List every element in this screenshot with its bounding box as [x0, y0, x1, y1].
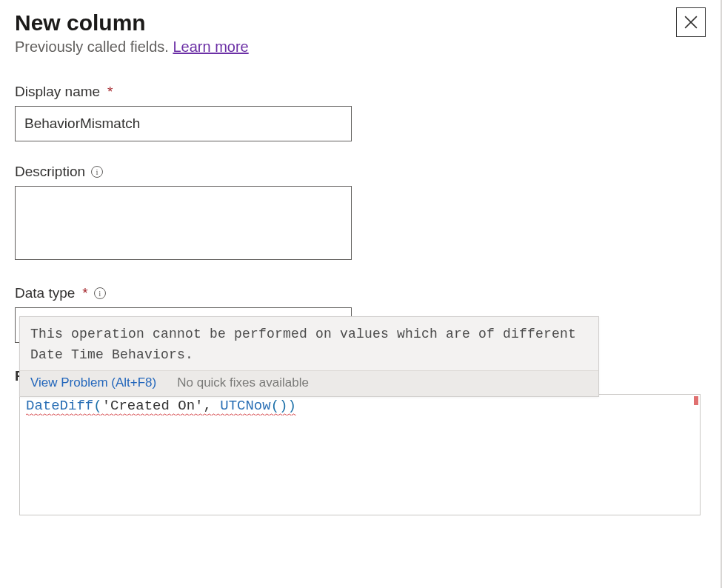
info-icon[interactable]: i	[94, 287, 106, 299]
data-type-label: Data type * i	[15, 285, 707, 301]
problem-action-bar: View Problem (Alt+F8) No quick fixes ava…	[20, 370, 598, 396]
description-label: Description i	[15, 164, 707, 180]
close-icon	[684, 16, 698, 29]
info-icon[interactable]: i	[91, 166, 103, 178]
problem-tooltip: This operation cannot be performed on va…	[19, 316, 599, 397]
required-asterisk-icon: *	[107, 84, 113, 100]
problem-message: This operation cannot be performed on va…	[20, 317, 598, 370]
page-title: New column	[15, 10, 707, 36]
token-paren: (	[271, 398, 279, 414]
formula-line: DateDiff('Created On', UTCNow())	[26, 398, 296, 414]
data-type-label-text: Data type	[15, 285, 75, 301]
token-paren: (	[93, 398, 101, 414]
description-input[interactable]	[15, 186, 352, 260]
close-button[interactable]	[676, 7, 706, 37]
data-type-container: F This operation cannot be performed on …	[15, 307, 707, 343]
required-asterisk-icon: *	[82, 285, 87, 301]
editor-error-marker[interactable]	[694, 396, 698, 405]
error-squiggle: DateDiff('Created On', UTCNow())	[26, 398, 296, 415]
new-column-panel: New column Previously called fields. Lea…	[0, 0, 722, 588]
description-field: Description i	[15, 164, 707, 263]
token-function: UTCNow	[220, 398, 270, 414]
token-paren: )	[288, 398, 296, 414]
token-string: 'Created On'	[102, 398, 204, 414]
subtitle-text: Previously called fields.	[15, 39, 173, 55]
view-problem-link[interactable]: View Problem (Alt+F8)	[30, 375, 156, 390]
token-separator: ,	[203, 398, 220, 414]
display-name-input[interactable]	[15, 106, 352, 141]
data-type-field: Data type * i F This operation cannot be…	[15, 285, 707, 343]
no-quick-fix-text: No quick fixes available	[177, 375, 309, 390]
display-name-field: Display name *	[15, 84, 707, 141]
page-subtitle: Previously called fields. Learn more	[15, 39, 707, 56]
display-name-label-text: Display name	[15, 84, 100, 100]
token-paren: )	[279, 398, 287, 414]
description-label-text: Description	[15, 164, 85, 180]
learn-more-link[interactable]: Learn more	[173, 39, 248, 55]
formula-editor[interactable]: DateDiff('Created On', UTCNow())	[19, 394, 701, 515]
token-function: DateDiff	[26, 398, 93, 414]
display-name-label: Display name *	[15, 84, 707, 100]
